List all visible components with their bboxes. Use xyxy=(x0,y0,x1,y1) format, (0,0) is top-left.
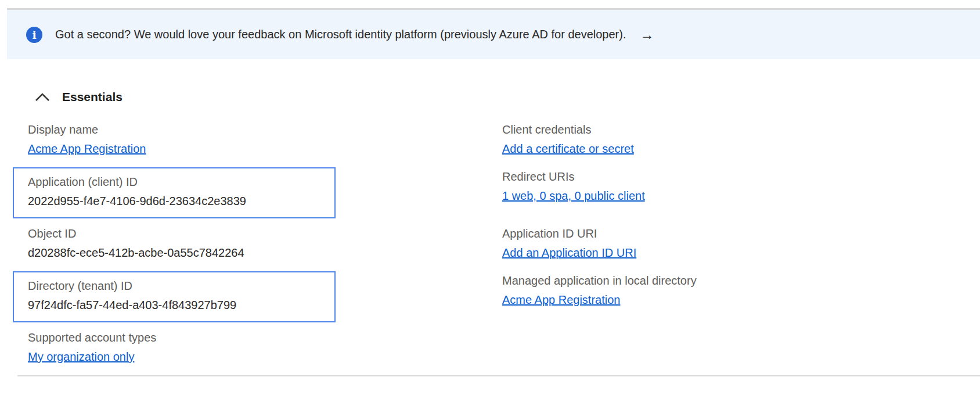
field-label: Supported account types xyxy=(28,328,502,347)
essentials-title: Essentials xyxy=(62,90,123,104)
field-application-id-uri: Application ID URI Add an Application ID… xyxy=(502,224,980,263)
client-credentials-link[interactable]: Add a certificate or secret xyxy=(502,142,634,155)
feedback-banner[interactable]: i Got a second? We would love your feedb… xyxy=(7,10,980,59)
field-redirect-uris: Redirect URIs 1 web, 0 spa, 0 public cli… xyxy=(502,167,980,206)
field-label: Application (client) ID xyxy=(28,173,325,192)
directory-tenant-id-value: 97f24dfc-fa57-44ed-a403-4f843927b799 xyxy=(28,296,325,315)
supported-account-types-link[interactable]: My organization only xyxy=(28,350,134,363)
field-label: Application ID URI xyxy=(502,224,980,243)
application-client-id-value: 2022d955-f4e7-4106-9d6d-23634c2e3839 xyxy=(28,192,325,211)
field-label: Client credentials xyxy=(502,120,980,139)
banner-text: Got a second? We would love your feedbac… xyxy=(55,28,626,41)
field-label: Redirect URIs xyxy=(502,167,980,186)
field-label: Object ID xyxy=(28,224,502,243)
display-name-link[interactable]: Acme App Registration xyxy=(28,142,146,155)
managed-application-link[interactable]: Acme App Registration xyxy=(502,293,620,306)
field-directory-tenant-id: Directory (tenant) ID 97f24dfc-fa57-44ed… xyxy=(13,271,336,322)
field-label: Managed application in local directory xyxy=(502,271,980,290)
bottom-divider xyxy=(17,375,980,376)
field-application-client-id: Application (client) ID 2022d955-f4e7-41… xyxy=(13,167,336,218)
field-label: Display name xyxy=(28,120,502,139)
essentials-grid: Display name Acme App Registration Appli… xyxy=(28,120,980,375)
object-id-value: d20288fc-ece5-412b-acbe-0a55c7842264 xyxy=(28,243,502,263)
application-id-uri-link[interactable]: Add an Application ID URI xyxy=(502,246,636,259)
field-client-credentials: Client credentials Add a certificate or … xyxy=(502,120,980,159)
field-supported-account-types: Supported account types My organization … xyxy=(28,328,502,367)
info-icon: i xyxy=(26,27,42,43)
field-display-name: Display name Acme App Registration xyxy=(28,120,502,159)
redirect-uris-link[interactable]: 1 web, 0 spa, 0 public client xyxy=(502,189,645,202)
field-object-id: Object ID d20288fc-ece5-412b-acbe-0a55c7… xyxy=(28,224,502,263)
field-label: Directory (tenant) ID xyxy=(28,276,325,296)
chevron-up-icon[interactable] xyxy=(35,92,50,102)
field-managed-application: Managed application in local directory A… xyxy=(502,271,980,310)
arrow-right-icon[interactable]: → xyxy=(640,27,654,43)
essentials-header[interactable]: Essentials xyxy=(35,90,980,104)
